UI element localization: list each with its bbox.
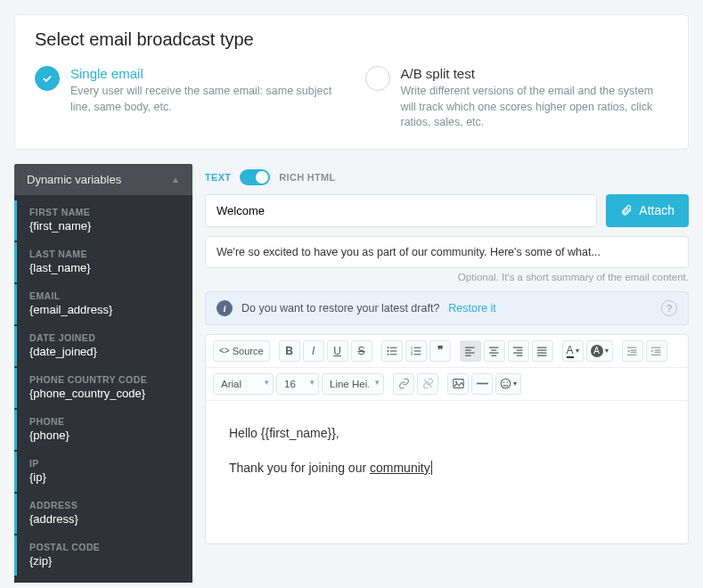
summary-hint: Optional. It's a short summary of the em… — [205, 272, 689, 282]
sidebar-header[interactable]: Dynamic variables ▲ — [14, 164, 192, 195]
svg-rect-24 — [537, 347, 547, 347]
option-desc: Every user will receive the same email: … — [70, 84, 339, 115]
indent-button[interactable] — [646, 340, 667, 362]
subject-input[interactable] — [205, 194, 597, 227]
align-center-button[interactable] — [484, 340, 505, 362]
bg-color-button[interactable]: A▾ — [586, 340, 613, 362]
svg-rect-27 — [537, 355, 547, 355]
text-cursor — [431, 461, 432, 475]
collapse-icon[interactable]: ▲ — [171, 175, 180, 184]
text-color-button[interactable]: A▾ — [562, 340, 584, 362]
svg-rect-41 — [477, 383, 488, 385]
body-line-1: Hello {{first_name}}, — [229, 422, 665, 445]
svg-rect-16 — [489, 347, 499, 347]
var-item-address[interactable]: ADDRESS{address} — [14, 494, 192, 534]
var-item-email[interactable]: EMAIL{email_address} — [14, 284, 192, 324]
help-icon[interactable]: ? — [661, 300, 677, 316]
radio-checked-icon[interactable] — [35, 66, 60, 91]
toggle-label-rich[interactable]: RICH HTML — [279, 172, 335, 183]
svg-point-44 — [507, 381, 509, 383]
svg-rect-31 — [630, 351, 636, 352]
type-option-ab[interactable]: A/B split test Write different versions … — [365, 66, 669, 131]
number-list-button[interactable]: 123 — [405, 340, 427, 362]
svg-point-43 — [503, 381, 505, 383]
var-item-phone[interactable]: PHONE{phone} — [14, 410, 192, 450]
svg-rect-22 — [513, 352, 523, 353]
svg-rect-20 — [513, 347, 523, 347]
var-item-first-name[interactable]: FIRST NAME{first_name} — [14, 200, 192, 241]
svg-rect-28 — [627, 347, 637, 347]
format-toggle[interactable] — [240, 169, 270, 185]
image-button[interactable] — [447, 373, 469, 395]
hr-button[interactable] — [471, 373, 493, 395]
italic-button[interactable]: I — [303, 340, 324, 362]
var-item-postal[interactable]: POSTAL CODE{zip} — [14, 535, 192, 576]
svg-rect-23 — [516, 355, 522, 355]
body-line-2: Thank you for joining our community — [229, 457, 665, 479]
main-row: Dynamic variables ▲ FIRST NAME{first_nam… — [14, 164, 689, 583]
outdent-button[interactable] — [622, 340, 643, 362]
toggle-label-text[interactable]: TEXT — [205, 172, 231, 183]
svg-rect-17 — [491, 349, 496, 350]
var-item-ip[interactable]: IP{ip} — [14, 452, 192, 492]
svg-rect-13 — [465, 349, 471, 350]
svg-point-2 — [387, 350, 388, 352]
editor-column: TEXT RICH HTML Attach We're so excited t… — [205, 164, 689, 583]
svg-point-42 — [501, 379, 511, 388]
align-justify-button[interactable] — [532, 340, 553, 362]
emoji-button[interactable]: ▾ — [495, 373, 521, 395]
svg-text:3: 3 — [411, 353, 413, 356]
font-select[interactable]: Arial — [213, 373, 274, 395]
editor-toolbar-1: <>Source B I U S 123 ❞ A▾ A▾ — [206, 335, 688, 368]
attach-button[interactable]: Attach — [606, 194, 689, 227]
svg-rect-5 — [389, 354, 396, 355]
option-title: Single email — [70, 66, 339, 81]
format-toggle-row: TEXT RICH HTML — [205, 164, 689, 194]
sidebar-title: Dynamic variables — [27, 173, 121, 186]
bullet-list-button[interactable] — [381, 340, 403, 362]
source-button[interactable]: <>Source — [213, 340, 270, 362]
svg-marker-29 — [627, 349, 629, 352]
fontsize-select[interactable]: 16 — [276, 373, 319, 395]
svg-rect-11 — [413, 354, 421, 355]
var-item-phone-cc[interactable]: PHONE COUNTRY CODE{phone_country_code} — [14, 368, 192, 408]
radio-unchecked-icon[interactable] — [365, 66, 390, 91]
subject-row: Attach — [205, 194, 689, 227]
svg-rect-21 — [516, 349, 522, 350]
svg-rect-18 — [489, 352, 499, 353]
underline-button[interactable]: U — [327, 340, 348, 362]
strike-button[interactable]: S — [351, 340, 372, 362]
type-options-row: Single email Every user will receive the… — [35, 66, 668, 131]
restore-link[interactable]: Restore it — [448, 302, 496, 314]
summary-input[interactable]: We're so excited to have you as part of … — [205, 236, 689, 268]
var-item-date-joined[interactable]: DATE JOINED{date_joined} — [14, 326, 192, 366]
align-left-button[interactable] — [460, 340, 481, 362]
var-item-last-name[interactable]: LAST NAME{last_name} — [14, 242, 192, 282]
svg-rect-9 — [413, 350, 421, 351]
svg-rect-25 — [537, 349, 547, 350]
type-option-single[interactable]: Single email Every user will receive the… — [35, 66, 339, 131]
variable-list: FIRST NAME{first_name} LAST NAME{last_na… — [14, 195, 192, 583]
page-title: Select email broadcast type — [35, 29, 668, 50]
svg-rect-7 — [413, 347, 421, 347]
align-right-button[interactable] — [508, 340, 529, 362]
svg-point-40 — [455, 381, 457, 383]
svg-point-0 — [387, 347, 388, 348]
svg-rect-3 — [389, 350, 396, 351]
quote-button[interactable]: ❞ — [429, 340, 451, 362]
editor-body[interactable]: Hello {{first_name}}, Thank you for join… — [206, 401, 688, 543]
unlink-button[interactable] — [417, 373, 438, 395]
svg-rect-33 — [651, 347, 661, 347]
svg-rect-35 — [654, 349, 660, 350]
dynamic-variables-sidebar: Dynamic variables ▲ FIRST NAME{first_nam… — [14, 164, 192, 583]
broadcast-type-card: Select email broadcast type Single email… — [14, 14, 689, 150]
lineheight-select[interactable]: Line Hei... — [322, 373, 384, 395]
svg-rect-26 — [537, 352, 547, 353]
link-button[interactable] — [393, 373, 414, 395]
option-title: A/B split test — [401, 66, 669, 81]
svg-rect-37 — [651, 354, 661, 355]
bold-button[interactable]: B — [279, 340, 300, 362]
svg-rect-15 — [465, 355, 471, 355]
svg-rect-32 — [627, 354, 637, 355]
info-icon: i — [217, 300, 233, 316]
